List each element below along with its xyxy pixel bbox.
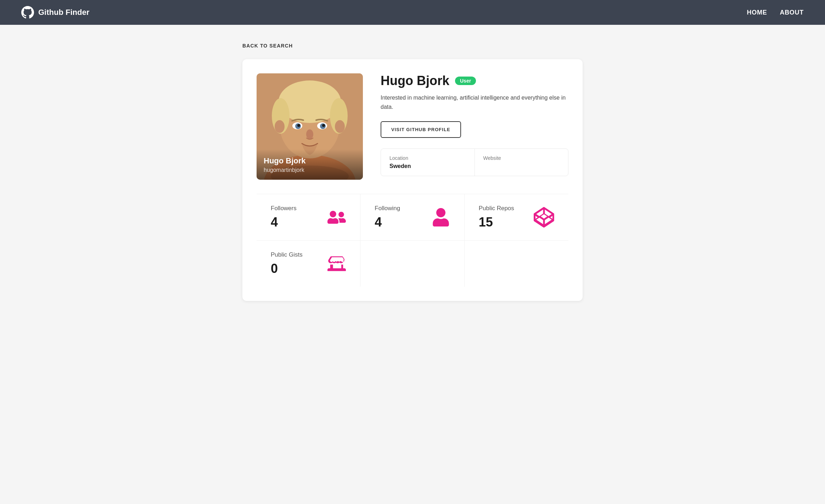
public-gists-icon [327, 254, 346, 273]
followers-icon [327, 208, 346, 226]
back-to-search-link[interactable]: BACK TO SEARCH [242, 43, 293, 49]
nav-home[interactable]: HOME [747, 9, 767, 16]
stat-public-repos: Public Repos 15 [465, 194, 568, 240]
stat-following: Following 4 [360, 194, 464, 240]
location-label: Location [389, 155, 466, 161]
followers-label: Followers [271, 205, 297, 212]
profile-name: Hugo Bjork [381, 73, 449, 88]
followers-text: Followers 4 [271, 205, 297, 230]
avatar-name: Hugo Bjork [264, 156, 356, 166]
svg-point-15 [306, 129, 313, 139]
location-cell: Location Sweden [381, 149, 475, 176]
following-icon [432, 208, 450, 226]
public-gists-text: Public Gists 0 [271, 251, 303, 276]
user-badge: User [455, 77, 476, 85]
svg-point-8 [335, 120, 345, 133]
main-content: BACK TO SEARCH [235, 43, 590, 301]
public-repos-icon [534, 207, 554, 228]
avatar-overlay: Hugo Bjork hugomartinbjork [257, 149, 363, 180]
website-label: Website [483, 155, 560, 161]
stat-followers: Followers 4 [257, 194, 360, 240]
location-value: Sweden [389, 163, 466, 169]
visit-profile-button[interactable]: VISIT GITHUB PROFILE [381, 121, 461, 138]
public-repos-label: Public Repos [479, 205, 514, 212]
navbar: Github Finder HOME ABOUT [0, 0, 825, 25]
location-website-row: Location Sweden Website [381, 149, 568, 176]
stat-empty-1 [360, 241, 464, 287]
svg-point-7 [275, 120, 285, 133]
profile-top: Hugo Bjork hugomartinbjork Hugo Bjork Us… [257, 73, 568, 180]
website-cell: Website [475, 149, 568, 176]
stats-grid-bottom: Public Gists 0 [257, 240, 568, 287]
svg-point-14 [322, 124, 325, 127]
following-text: Following 4 [375, 205, 400, 230]
public-gists-value: 0 [271, 261, 303, 276]
brand: Github Finder [21, 6, 89, 19]
profile-info: Hugo Bjork User Interested in machine le… [381, 73, 568, 176]
public-gists-label: Public Gists [271, 251, 303, 258]
stat-public-gists: Public Gists 0 [257, 241, 360, 287]
github-icon [21, 6, 34, 19]
avatar-wrapper: Hugo Bjork hugomartinbjork [257, 73, 363, 180]
public-repos-text: Public Repos 15 [479, 205, 514, 230]
nav-about[interactable]: ABOUT [780, 9, 804, 16]
following-value: 4 [375, 215, 400, 230]
profile-card: Hugo Bjork hugomartinbjork Hugo Bjork Us… [242, 59, 583, 301]
brand-text: Github Finder [38, 8, 89, 17]
profile-bio: Interested in machine learning, artifici… [381, 93, 568, 111]
nav-links: HOME ABOUT [747, 9, 804, 16]
stat-empty-2 [465, 241, 568, 287]
following-label: Following [375, 205, 400, 212]
profile-header: Hugo Bjork User [381, 73, 568, 88]
public-repos-value: 15 [479, 215, 514, 230]
stats-grid: Followers 4 Following 4 [257, 194, 568, 240]
followers-value: 4 [271, 215, 297, 230]
avatar-username: hugomartinbjork [264, 167, 356, 173]
svg-point-13 [297, 124, 300, 127]
